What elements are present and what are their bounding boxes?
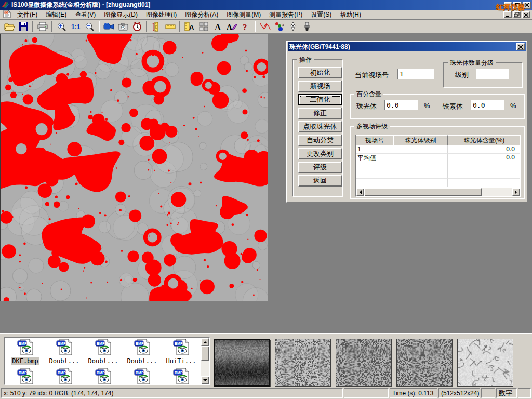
maximize-button[interactable] bbox=[513, 2, 522, 9]
table-row[interactable]: 10.0 bbox=[356, 145, 521, 154]
thumbnail-5[interactable] bbox=[457, 339, 513, 387]
pen-icon[interactable] bbox=[286, 20, 300, 33]
grid-icon[interactable] bbox=[196, 20, 210, 33]
app-icon bbox=[1, 0, 9, 10]
particle-analysis-icon[interactable]: 3 bbox=[272, 20, 286, 33]
rating-table[interactable]: 视场号珠光体级别珠光体含量(%)铁素体含量(%)10.0平均值0.0 bbox=[355, 135, 521, 197]
menu-item-7[interactable]: 图像测量(M) bbox=[222, 9, 265, 20]
file-item-4[interactable]: BMPDoubl... bbox=[123, 339, 162, 365]
print-icon[interactable] bbox=[35, 20, 49, 33]
ruler-icon[interactable] bbox=[163, 20, 177, 33]
table-hscrollbar[interactable] bbox=[356, 188, 520, 196]
camera-icon[interactable] bbox=[116, 20, 130, 33]
dialog-button-6[interactable]: 自动分类 bbox=[298, 135, 342, 146]
file-item-6[interactable]: BMP bbox=[6, 368, 45, 385]
file-item-1[interactable]: BMPDKF.bmp bbox=[6, 339, 45, 365]
video-camera-icon[interactable] bbox=[102, 20, 116, 33]
file-item-5[interactable]: BMPHuiTi... bbox=[162, 339, 201, 365]
table-cell: 0.0 bbox=[448, 154, 521, 162]
percent-sign: % bbox=[510, 102, 516, 110]
menu-item-9[interactable]: 设置(S) bbox=[307, 9, 336, 20]
menu-item-3[interactable]: 查看(V) bbox=[71, 9, 100, 20]
menu-item-4[interactable]: 图像显示(D) bbox=[100, 9, 142, 20]
file-item-10[interactable]: BMP bbox=[162, 368, 201, 385]
open-icon[interactable] bbox=[2, 20, 16, 33]
pearlite-percent-input[interactable] bbox=[384, 100, 418, 110]
dialog-button-8[interactable]: 评级 bbox=[298, 162, 342, 173]
thumbnail-4[interactable] bbox=[396, 339, 453, 387]
file-item-8[interactable]: BMP bbox=[84, 368, 123, 385]
zoom-in-icon[interactable] bbox=[55, 20, 69, 33]
file-name: DKF.bmp bbox=[11, 357, 39, 365]
dialog-button-5[interactable]: 点取珠光体 bbox=[298, 121, 342, 132]
table-header[interactable]: 视场号 bbox=[356, 135, 393, 145]
measure-text-icon[interactable]: A bbox=[182, 20, 196, 33]
thumbnail-1[interactable] bbox=[214, 339, 270, 387]
menu-item-5[interactable]: 图像处理(I) bbox=[142, 9, 181, 20]
scroll-right-button[interactable] bbox=[512, 188, 520, 196]
scroll-left-button[interactable] bbox=[356, 188, 364, 196]
menu-item-8[interactable]: 测量报告(P) bbox=[265, 9, 307, 20]
thumbnail-2[interactable] bbox=[275, 339, 331, 387]
thumbnail-3[interactable] bbox=[336, 339, 392, 387]
svg-text:BMP: BMP bbox=[97, 371, 105, 375]
table-row[interactable]: 平均值0.0 bbox=[356, 154, 521, 162]
dialog-button-1[interactable]: 初始化 bbox=[298, 67, 342, 78]
menu-item-10[interactable]: 帮助(H) bbox=[336, 9, 365, 20]
level-input[interactable] bbox=[476, 69, 509, 79]
file-item-3[interactable]: BMPDoubl... bbox=[84, 339, 123, 365]
dialog-title-bar[interactable]: 珠光体(GB/T9441-88) bbox=[288, 42, 526, 51]
menu-item-1[interactable]: 文件(F) bbox=[13, 9, 42, 20]
file-scroll-up-button[interactable] bbox=[201, 338, 209, 346]
file-scroll-down-button[interactable] bbox=[201, 376, 209, 384]
dialog-button-7[interactable]: 更改类别 bbox=[298, 148, 342, 159]
zoom-out-icon[interactable] bbox=[83, 20, 97, 33]
dialog-button-9[interactable]: 返回 bbox=[298, 175, 342, 187]
curve-tool-icon[interactable] bbox=[258, 20, 272, 33]
table-row[interactable] bbox=[356, 162, 521, 170]
file-browser[interactable]: BMPDKF.bmpBMPDoubl...BMPDoubl...BMPDoubl… bbox=[4, 337, 210, 385]
dialog-button-4[interactable]: 修正 bbox=[298, 108, 342, 119]
dialog-close-button[interactable] bbox=[516, 43, 525, 50]
mdi-close-button[interactable] bbox=[522, 11, 530, 18]
brush-icon[interactable] bbox=[300, 20, 314, 33]
table-header[interactable]: 珠光体级别 bbox=[393, 135, 448, 145]
close-button[interactable] bbox=[523, 2, 531, 9]
table-row[interactable] bbox=[356, 179, 521, 187]
svg-text:BMP: BMP bbox=[136, 371, 144, 375]
dialog-button-2[interactable]: 新视场 bbox=[298, 81, 342, 92]
table-row[interactable] bbox=[356, 170, 521, 179]
file-vscrollbar[interactable] bbox=[201, 338, 209, 384]
file-item-7[interactable]: BMP bbox=[45, 368, 84, 385]
ferrite-percent-input[interactable] bbox=[471, 100, 504, 110]
timer-icon[interactable] bbox=[130, 20, 144, 33]
actual-size-icon[interactable]: 1:1 bbox=[69, 20, 83, 33]
scroll-thumb[interactable] bbox=[364, 188, 482, 196]
menu-item-2[interactable]: 编辑(E) bbox=[42, 9, 71, 20]
ferrite-label: 铁素体 bbox=[443, 102, 463, 111]
file-item-2[interactable]: BMPDoubl... bbox=[45, 339, 84, 365]
document-icon[interactable]: DOC bbox=[3, 10, 11, 20]
table-cell: 平均值 bbox=[356, 154, 393, 162]
operation-group: 操作 初始化新视场二值化修正点取珠光体自动分类更改类别评级返回 bbox=[292, 59, 342, 196]
save-icon[interactable] bbox=[16, 20, 30, 33]
bmp-file-icon: BMP bbox=[134, 368, 151, 385]
dialog-button-3[interactable]: 二值化 bbox=[298, 94, 342, 105]
status-time: Time (s): 0.113 bbox=[390, 388, 437, 398]
minimize-button[interactable] bbox=[504, 2, 512, 9]
mdi-minimize-button[interactable] bbox=[503, 11, 512, 18]
current-view-input[interactable] bbox=[397, 69, 434, 79]
file-item-9[interactable]: BMP bbox=[123, 368, 162, 385]
table-header[interactable]: 珠光体含量(%) bbox=[448, 135, 521, 145]
mdi-restore-button[interactable] bbox=[513, 11, 521, 18]
annotate-icon[interactable]: A bbox=[224, 20, 238, 33]
workspace: 珠光体(GB/T9441-88) 操作 初始化新视场二值化修正点取珠光体自动分类… bbox=[0, 34, 532, 332]
percent-sign: % bbox=[424, 102, 430, 110]
micrograph-image[interactable] bbox=[0, 34, 268, 301]
caliper-icon[interactable] bbox=[149, 20, 163, 33]
help-icon[interactable]: ? bbox=[238, 20, 252, 33]
text-icon[interactable]: A bbox=[210, 20, 224, 33]
menu-item-6[interactable]: 图像分析(A) bbox=[181, 9, 222, 20]
file-scroll-thumb[interactable] bbox=[201, 346, 209, 361]
svg-text:BMP: BMP bbox=[19, 371, 27, 375]
